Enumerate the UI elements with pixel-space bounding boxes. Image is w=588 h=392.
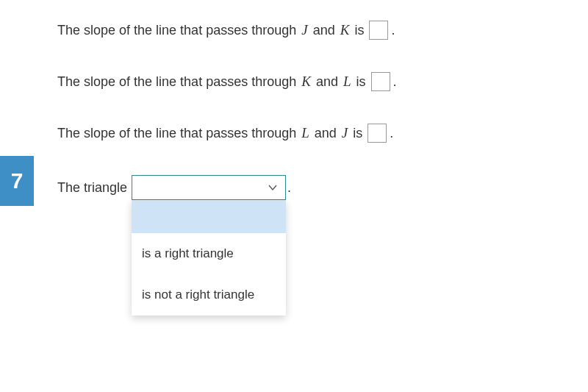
text: .: [287, 180, 291, 196]
slope-line-3: The slope of the line that passes throug…: [57, 124, 588, 143]
text: is: [351, 23, 368, 38]
point-k: K: [339, 22, 351, 38]
question-number: 7: [11, 168, 24, 193]
point-l: L: [300, 125, 311, 141]
dropdown-option-blank[interactable]: [132, 201, 286, 233]
text: is: [349, 126, 366, 141]
question-number-badge: 7: [0, 156, 34, 206]
dropdown-option-is-right[interactable]: is a right triangle: [132, 233, 286, 274]
text: .: [391, 23, 395, 38]
chevron-down-icon: [268, 182, 278, 193]
text: .: [393, 74, 397, 90]
dropdown-option-not-right[interactable]: is not a right triangle: [132, 274, 286, 316]
point-j: J: [340, 125, 349, 141]
triangle-row: The triangle is a right triangle is not …: [57, 175, 588, 200]
dropdown-menu: is a right triangle is not a right trian…: [132, 200, 286, 316]
text: The slope of the line that passes throug…: [57, 23, 300, 38]
triangle-dropdown[interactable]: is a right triangle is not a right trian…: [132, 175, 286, 200]
point-j: J: [300, 22, 309, 38]
dropdown-toggle[interactable]: [132, 175, 286, 200]
slope-line-1: The slope of the line that passes throug…: [57, 21, 588, 40]
text: and: [309, 23, 339, 38]
page: 7 The slope of the line that passes thro…: [0, 0, 588, 392]
text: The slope of the line that passes throug…: [57, 126, 300, 141]
slope-lj-input[interactable]: [368, 124, 387, 143]
content-area: The slope of the line that passes throug…: [0, 0, 588, 200]
text: .: [390, 126, 393, 141]
text: and: [312, 74, 342, 90]
text: is: [353, 74, 370, 90]
text: and: [311, 126, 340, 141]
point-l: L: [342, 74, 353, 90]
point-k: K: [300, 74, 312, 90]
triangle-label: The triangle: [57, 180, 127, 196]
slope-line-2: The slope of the line that passes throug…: [57, 72, 588, 91]
text: The slope of the line that passes throug…: [57, 74, 300, 90]
slope-jk-input[interactable]: [369, 21, 388, 40]
slope-kl-input[interactable]: [371, 72, 390, 91]
